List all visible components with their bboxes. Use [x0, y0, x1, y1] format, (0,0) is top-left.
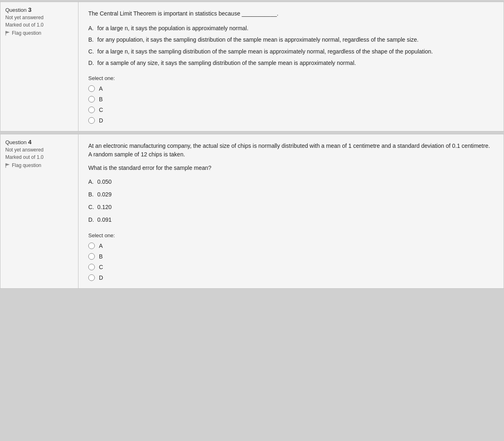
question3-choice-c: C. for a large n, it says the sampling d…: [88, 47, 494, 56]
question4-radio-input-b[interactable]: [88, 253, 95, 260]
question4-choices: A. 0.050 B. 0.029 C. 0.120 D. 0.091: [88, 177, 494, 225]
question4-radio-label-c: C: [99, 264, 103, 270]
question4-choice-a: A. 0.050: [88, 177, 494, 187]
question3-block: Question 3 Not yet answered Marked out o…: [0, 2, 504, 131]
question4-radio-input-c[interactable]: [88, 264, 95, 270]
question4-sidebar: Question 4 Not yet answered Marked out o…: [0, 134, 78, 289]
question3-choice-d: D. for a sample of any size, it says the…: [88, 58, 494, 67]
question3-radio-b[interactable]: B: [88, 96, 494, 102]
question3-status: Not yet answered: [5, 15, 73, 20]
q4-choice-letter-a: A.: [88, 177, 97, 187]
question4-radio-label-b: B: [99, 253, 103, 260]
question4-block: Question 4 Not yet answered Marked out o…: [0, 134, 504, 289]
question4-content: At an electronic manufacturing company, …: [78, 134, 504, 289]
question3-radio-label-c: C: [99, 107, 103, 113]
question3-choice-a: A. for a large n, it says the population…: [88, 24, 494, 33]
page-container: Question 3 Not yet answered Marked out o…: [0, 0, 504, 441]
question4-choice-c: C. 0.120: [88, 202, 494, 212]
question3-select-label: Select one:: [88, 75, 494, 81]
question4-question-text: What is the standard error for the sampl…: [88, 165, 494, 171]
choice-text-b: for any population, it says the sampling…: [97, 35, 419, 44]
choice-text-a: for a large n, it says the population is…: [97, 24, 249, 33]
choice-text-d: for a sample of any size, it says the sa…: [97, 58, 356, 67]
flag-icon: [5, 31, 10, 36]
question3-content: The Central Limit Theorem is important i…: [78, 2, 504, 131]
question3-sidebar: Question 3 Not yet answered Marked out o…: [0, 2, 78, 131]
choice-letter-a: A.: [88, 24, 97, 33]
question4-choice-d: D. 0.091: [88, 215, 494, 225]
question4-radio-b[interactable]: B: [88, 253, 494, 260]
svg-marker-0: [6, 31, 9, 33]
question3-radio-input-d[interactable]: [88, 117, 95, 124]
question4-radio-a[interactable]: A: [88, 243, 494, 249]
q4-choice-text-c: 0.120: [97, 202, 112, 212]
question3-radio-input-b[interactable]: [88, 96, 95, 102]
question3-radio-a[interactable]: A: [88, 85, 494, 92]
question3-radio-group: A B C D: [88, 85, 494, 124]
question3-radio-d[interactable]: D: [88, 117, 494, 124]
question4-paragraph: At an electronic manufacturing company, …: [88, 142, 494, 159]
q4-choice-letter-c: C.: [88, 202, 97, 212]
question3-number: Question 3: [5, 6, 73, 13]
question3-radio-input-a[interactable]: [88, 85, 95, 92]
choice-letter-c: C.: [88, 47, 97, 56]
question3-radio-label-b: B: [99, 96, 103, 102]
question4-radio-c[interactable]: C: [88, 264, 494, 270]
question3-flag[interactable]: Flag question: [5, 30, 73, 36]
question4-select-label: Select one:: [88, 232, 494, 238]
question3-marked: Marked out of 1.0: [5, 22, 73, 28]
question3-choice-b: B. for any population, it says the sampl…: [88, 35, 494, 44]
question4-choice-b: B. 0.029: [88, 189, 494, 200]
question4-number: Question 4: [5, 138, 73, 145]
question3-radio-c[interactable]: C: [88, 107, 494, 113]
question3-radio-label-d: D: [99, 117, 103, 124]
question4-status: Not yet answered: [5, 147, 73, 153]
choice-text-c: for a large n, it says the sampling dist…: [97, 47, 433, 56]
svg-marker-2: [6, 163, 9, 166]
question4-radio-input-d[interactable]: [88, 274, 95, 281]
question4-radio-input-a[interactable]: [88, 243, 95, 249]
question4-radio-group: A B C D: [88, 243, 494, 281]
question4-flag[interactable]: Flag question: [5, 163, 73, 168]
question3-radio-input-c[interactable]: [88, 107, 95, 113]
question4-radio-d[interactable]: D: [88, 274, 494, 281]
question3-text: The Central Limit Theorem is important i…: [88, 9, 494, 18]
question4-radio-label-a: A: [99, 243, 103, 249]
choice-letter-b: B.: [88, 35, 97, 44]
question3-radio-label-a: A: [99, 85, 103, 92]
question4-marked: Marked out of 1.0: [5, 154, 73, 160]
q4-choice-letter-d: D.: [88, 215, 97, 225]
question4-radio-label-d: D: [99, 274, 103, 281]
question3-choices: A. for a large n, it says the population…: [88, 24, 494, 68]
q4-choice-text-a: 0.050: [97, 177, 112, 187]
q4-choice-text-b: 0.029: [97, 189, 112, 200]
q4-choice-text-d: 0.091: [97, 215, 112, 225]
choice-letter-d: D.: [88, 58, 97, 67]
q4-choice-letter-b: B.: [88, 189, 97, 200]
flag-icon-q4: [5, 163, 10, 168]
